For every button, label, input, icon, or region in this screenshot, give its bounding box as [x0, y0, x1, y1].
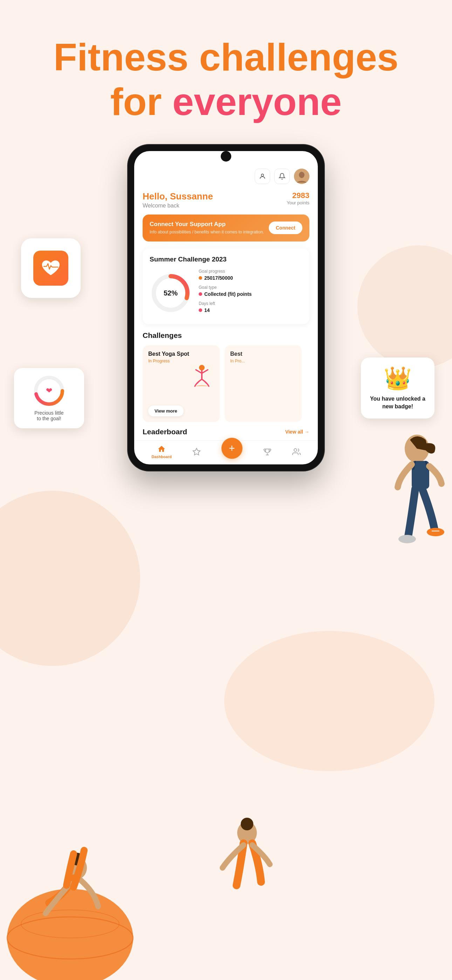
- view-more-button-yoga[interactable]: View more: [148, 406, 184, 417]
- bottom-nav: Dashboard +: [134, 440, 318, 465]
- hello-text: Hello, Sussanne: [143, 191, 213, 202]
- challenge-item-yoga: Best Yoga Spot In Progress: [143, 345, 220, 422]
- phone-notch: [221, 151, 231, 162]
- crown-icon: 👑: [384, 365, 412, 391]
- banner-title: Connect Your Support App: [150, 221, 264, 228]
- nav-community[interactable]: [292, 448, 301, 456]
- heart-monitor-icon: [33, 251, 68, 286]
- challenge-stats: Goal progress 25017/50000 Goal type Coll…: [199, 269, 302, 317]
- svg-point-22: [199, 365, 205, 371]
- points-label: Your points: [286, 200, 309, 205]
- badge-text: You have unlocked a new badge!: [369, 395, 427, 411]
- leaderboard-title: Leaderboard: [143, 428, 187, 436]
- svg-point-19: [299, 172, 304, 178]
- hero-title: Fitness challenges for everyone: [21, 35, 431, 124]
- dot-progress: [199, 276, 202, 280]
- greeting-section: Hello, Sussanne Welcome back 2983 Your p…: [134, 188, 318, 215]
- svg-marker-23: [193, 448, 200, 455]
- phone-frame: Hello, Sussanne Welcome back 2983 Your p…: [128, 145, 324, 471]
- goal-donut-chart: ❤: [33, 375, 65, 407]
- hero-section: Fitness challenges for everyone: [0, 0, 452, 138]
- dot-type: [199, 292, 202, 296]
- bg-decoration-blob: [224, 631, 434, 771]
- stat-goal-type: Goal type Collected (fit) points: [199, 285, 302, 297]
- stat-goal-progress: Goal progress 25017/50000: [199, 269, 302, 281]
- bg-decoration-circle-1: [0, 491, 140, 666]
- svg-point-17: [261, 174, 264, 176]
- nav-add-button[interactable]: +: [221, 438, 242, 459]
- nav-dashboard[interactable]: Dashboard: [151, 445, 171, 459]
- phone-screen: Hello, Sussanne Welcome back 2983 Your p…: [134, 151, 318, 465]
- bell-icon-button[interactable]: [274, 169, 290, 184]
- nav-trophies[interactable]: [263, 448, 272, 456]
- person-icon-button[interactable]: [255, 169, 270, 184]
- svg-point-8: [427, 528, 444, 536]
- view-all-link[interactable]: View all →: [285, 429, 309, 434]
- goal-card-text: Precious little to the goal!: [34, 410, 64, 421]
- progress-donut: 52%: [150, 272, 192, 314]
- challenges-title: Challenges: [143, 331, 309, 340]
- connect-banner: Connect Your Support App Info about poss…: [143, 215, 309, 242]
- banner-description: Info about possibilities / benefits when…: [150, 229, 264, 235]
- banner-text: Connect Your Support App Info about poss…: [150, 221, 264, 235]
- hero-title-highlight: everyone: [172, 80, 342, 123]
- gymnast-figure: [0, 735, 140, 980]
- yoga-illustration: [148, 363, 214, 388]
- challenge-item-2-status: In Pro...: [230, 359, 296, 363]
- challenge-item-title: Best Yoga Spot: [148, 351, 214, 357]
- svg-point-16: [241, 818, 253, 830]
- plus-icon: +: [229, 442, 235, 454]
- challenge-item-status: In Progress: [148, 359, 214, 363]
- challenge-item-2-title: Best: [230, 351, 296, 357]
- dot-days: [199, 309, 202, 312]
- nav-favorites[interactable]: [193, 448, 201, 456]
- donut-label: 52%: [164, 289, 178, 297]
- challenges-section: Challenges Best Yoga Spot In Progress: [134, 331, 318, 428]
- welcome-text: Welcome back: [143, 203, 213, 209]
- challenge-item-inner: Best Yoga Spot In Progress: [148, 351, 214, 417]
- points-number: 2983: [286, 191, 309, 200]
- summer-challenge-card: Summer Challenge 2023: [143, 248, 309, 324]
- svg-point-10: [7, 889, 133, 980]
- svg-text:❤: ❤: [46, 386, 52, 395]
- summer-challenge-title: Summer Challenge 2023: [150, 256, 302, 263]
- floating-goal-card: ❤ Precious little to the goal!: [14, 368, 84, 428]
- svg-point-7: [398, 535, 416, 543]
- points-section: 2983 Your points: [286, 191, 309, 205]
- connect-button[interactable]: Connect: [269, 221, 302, 234]
- challenge-item-2: Best In Pro...: [224, 345, 302, 422]
- challenges-scroll: Best Yoga Spot In Progress: [143, 345, 309, 422]
- hero-title-line1: Fitness challenges: [54, 35, 398, 78]
- greeting-text: Hello, Sussanne Welcome back: [143, 191, 213, 209]
- stat-days-left: Days left 14: [199, 301, 302, 313]
- challenge-content: 52% Goal progress 25017/50000 Goal type: [150, 269, 302, 317]
- floating-heart-card: [21, 238, 81, 298]
- floating-badge-card: 👑 You have unlocked a new badge!: [361, 358, 434, 418]
- gymnast-bottom-figure: [194, 805, 299, 980]
- user-avatar[interactable]: [294, 169, 309, 184]
- hero-title-line2: for: [110, 80, 172, 123]
- leaderboard-header: Leaderboard View all →: [134, 428, 318, 440]
- svg-point-24: [294, 449, 297, 452]
- nav-dashboard-label: Dashboard: [151, 455, 171, 459]
